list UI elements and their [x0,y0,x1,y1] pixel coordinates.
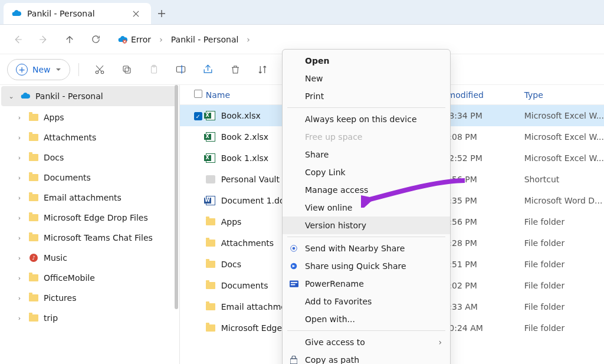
tree-item[interactable]: ›Attachments [0,127,179,147]
ctx-favorites[interactable]: Add to Favorites [283,293,450,310]
ctx-view-online[interactable]: View online [283,199,450,217]
file-type: Microsoft Word D... [524,196,604,205]
folder-icon [206,261,215,268]
chevron-right-icon: › [15,294,24,302]
ctx-powerrename-1[interactable]: PowerRename [283,275,450,293]
tree-item-label: Docs [44,153,64,162]
folder-icon [28,114,39,121]
folder-icon [28,154,39,161]
crumb-folder[interactable]: Pankil - Personal [168,32,242,47]
tree-item[interactable]: ›OfficeMobile [0,268,179,288]
tree-item[interactable]: ›Pictures [0,288,179,308]
window-tab[interactable]: Pankil - Personal [4,3,151,24]
svg-rect-4 [123,66,129,71]
tree-item[interactable]: ›Apps [0,107,179,127]
ctx-print[interactable]: Print [283,87,450,105]
close-tab-button[interactable] [129,6,143,21]
back-button[interactable] [6,28,29,51]
ctx-copy-link[interactable]: Copy Link [283,163,450,181]
share-button[interactable] [196,59,221,80]
excel-icon [206,132,215,142]
chevron-right-icon: › [15,154,24,162]
tree-root-label: Pankil - Personal [35,91,103,101]
file-name: Docs [221,260,241,269]
folder-tree: ⌄ Pankil - Personal ›Apps›Attachments›Do… [0,85,180,364]
file-type: Shortcut [524,175,604,184]
forward-button[interactable] [32,28,55,51]
tree-item[interactable]: ›Microsoft Edge Drop Files [0,208,179,228]
plus-circle-icon: + [16,64,28,76]
sidebar-scrollbar[interactable] [175,85,178,309]
separator [78,63,79,76]
tree-item[interactable]: ›Docs [0,147,179,168]
crumb-root[interactable]: Error [114,32,155,47]
tree-item-label: trip [44,313,58,323]
select-all-checkbox[interactable] [194,90,206,100]
tree-item[interactable]: ›Documents [0,168,179,188]
tree-item-label: Microsoft Teams Chat Files [44,233,153,242]
svg-point-8 [293,247,296,250]
tree-item-label: Microsoft Edge Drop Files [44,213,148,222]
paste-button[interactable] [142,59,166,80]
separator [287,237,445,237]
ctx-new[interactable]: New [283,70,450,87]
ctx-share-onedrive[interactable]: Share [283,146,450,163]
copy-button[interactable] [114,59,139,80]
refresh-button[interactable] [84,28,107,51]
delete-button[interactable] [223,59,248,80]
svg-rect-13 [290,284,295,286]
file-name: Apps [221,217,242,227]
chevron-right-icon: › [438,337,442,347]
ctx-always-keep[interactable]: Always keep on this device [283,110,450,128]
ctx-copy-path[interactable]: Copy as path [283,351,450,364]
crumb-root-label: Error [131,35,151,44]
svg-rect-11 [290,280,298,287]
chevron-right-icon: › [15,254,24,262]
rename-button[interactable] [169,59,193,80]
cut-button[interactable] [87,59,112,80]
folder-icon [28,214,39,221]
excel-icon [206,111,215,120]
file-type: File folder [524,281,604,290]
onedrive-icon [12,9,21,18]
file-type: File folder [524,260,604,269]
tree-item[interactable]: ›Email attachments [0,188,179,208]
tree-item-label: Pictures [44,293,76,303]
music-icon: ♪ [28,254,39,262]
svg-rect-7 [176,67,185,73]
breadcrumb: Error › Pankil - Personal › [110,32,255,47]
tab-title: Pankil - Personal [27,9,95,18]
ctx-quick-share[interactable]: Share using Quick Share [283,257,450,275]
up-button[interactable] [58,28,81,51]
folder-icon [206,303,215,310]
context-menu: Open New Print Always keep on this devic… [282,49,451,364]
folder-icon [28,294,39,301]
tree-item[interactable]: ›♪Music [0,248,179,268]
folder-icon [206,218,215,225]
tree-item[interactable]: ›Microsoft Teams Chat Files [0,228,179,248]
column-header-type[interactable]: Type [524,90,604,100]
new-button[interactable]: + New [7,59,70,80]
quick-share-icon [288,262,299,270]
new-button-label: New [32,65,51,74]
ctx-version-history[interactable]: Version history [283,217,450,234]
folder-icon [28,234,39,241]
chevron-right-icon: › [15,234,24,242]
ctx-open[interactable]: Open [283,52,450,70]
sort-button[interactable] [250,59,275,80]
file-type: File folder [524,323,604,333]
tree-root[interactable]: ⌄ Pankil - Personal [1,86,178,106]
new-tab-button[interactable] [151,3,172,24]
ctx-open-with[interactable]: Open with... [283,310,450,328]
file-name: Book 1.xlsx [221,153,268,163]
ctx-give-access[interactable]: Give access to› [283,333,450,351]
ctx-manage-access[interactable]: Manage access [283,181,450,199]
ctx-nearby-share[interactable]: Send with Nearby Share [283,240,450,257]
powerrename-icon [288,280,299,287]
chevron-right-icon: › [15,214,24,222]
tree-item[interactable]: ›trip [0,308,179,328]
tree-item-label: Music [44,253,67,263]
chevron-right-icon: › [15,274,24,282]
chevron-right-icon: › [15,174,24,182]
file-name: Attachments [221,238,274,248]
